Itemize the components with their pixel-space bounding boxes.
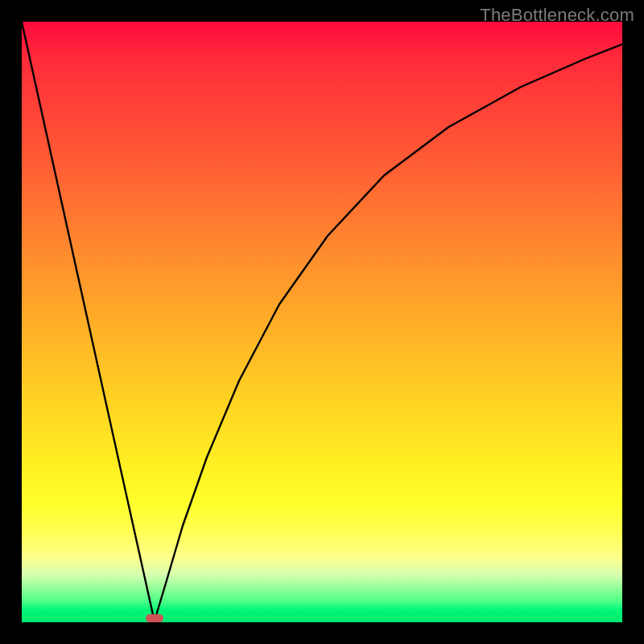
curve-line xyxy=(22,22,622,622)
plot-area xyxy=(22,22,622,622)
curve-svg xyxy=(22,22,622,622)
chart-frame: TheBottleneck.com xyxy=(0,0,644,644)
min-point-marker xyxy=(146,614,163,622)
